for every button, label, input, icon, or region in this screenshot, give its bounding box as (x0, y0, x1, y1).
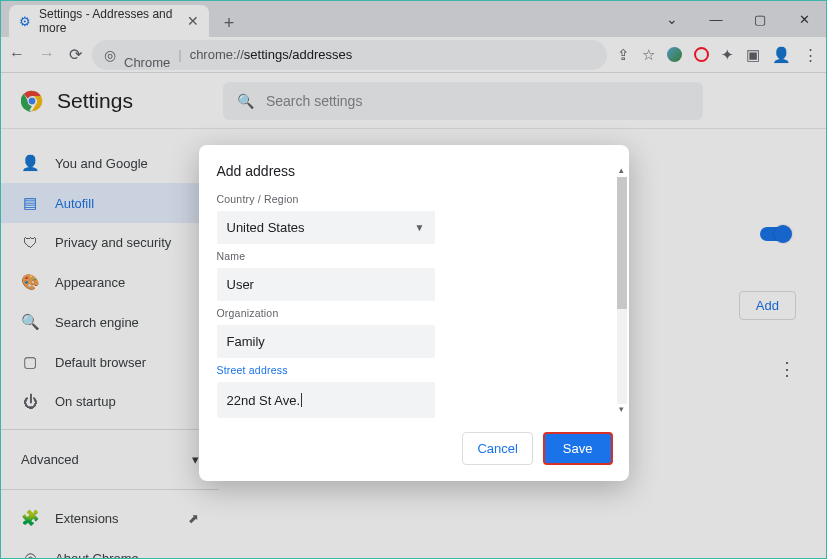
dialog-scrollbar[interactable]: ▴ ▾ (617, 163, 629, 418)
organization-label: Organization (217, 307, 617, 319)
organization-input[interactable]: Family (217, 325, 435, 358)
name-input[interactable]: User (217, 268, 435, 301)
scroll-up-icon[interactable]: ▴ (619, 165, 624, 177)
dropdown-triangle-icon: ▼ (415, 222, 425, 233)
cancel-button[interactable]: Cancel (462, 432, 532, 465)
street-address-input[interactable]: 22nd St Ave. (217, 382, 435, 418)
name-label: Name (217, 250, 617, 262)
scroll-down-icon[interactable]: ▾ (619, 404, 624, 416)
add-address-dialog: Add address Country / Region United Stat… (199, 145, 629, 481)
dialog-title: Add address (217, 163, 617, 179)
country-label: Country / Region (217, 193, 617, 205)
scrollbar-thumb[interactable] (617, 177, 627, 309)
modal-overlay: Add address Country / Region United Stat… (1, 1, 826, 558)
country-select[interactable]: United States ▼ (217, 211, 435, 244)
street-address-label: Street address (217, 364, 617, 376)
save-button[interactable]: Save (543, 432, 613, 465)
